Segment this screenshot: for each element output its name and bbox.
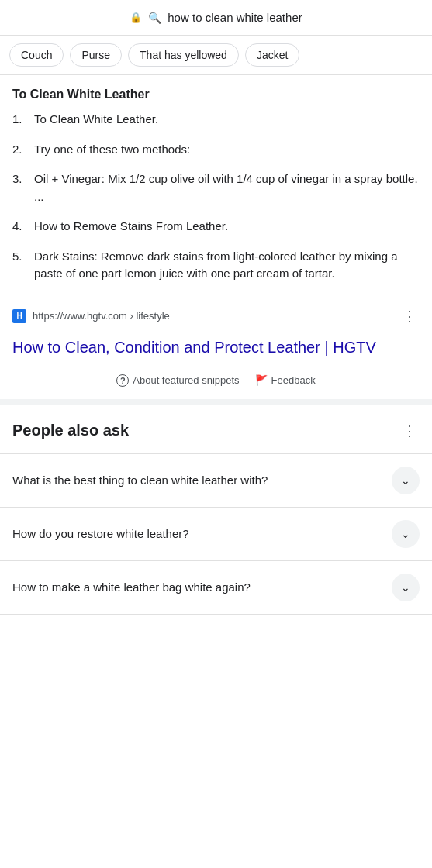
paa-title: People also ask	[12, 422, 129, 439]
paa-question-text-1: What is the best thing to clean white le…	[12, 472, 268, 488]
paa-question-3[interactable]: How to make a white leather bag white ag…	[0, 560, 432, 615]
paa-chevron-2[interactable]: ⌄	[392, 520, 420, 548]
lock-icon: 🔒	[130, 12, 142, 23]
list-num-3: 3.	[12, 170, 28, 188]
chevron-down-icon-2: ⌄	[401, 528, 410, 540]
about-label: About featured snippets	[133, 374, 239, 386]
search-bar[interactable]: 🔒 🔍 how to clean white leather	[0, 0, 432, 36]
result-link-anchor[interactable]: How to Clean, Condition and Protect Leat…	[12, 337, 420, 357]
about-row: ? About featured snippets 🚩 Feedback	[0, 367, 432, 405]
list-text-1: To Clean White Leather.	[34, 111, 158, 129]
feedback-button[interactable]: 🚩 Feedback	[255, 374, 316, 386]
chip-yellowed[interactable]: That has yellowed	[128, 43, 239, 67]
list-num-1: 1.	[12, 111, 28, 129]
source-url: https://www.hgtv.com › lifestyle	[33, 310, 170, 322]
search-query: how to clean white leather	[168, 11, 302, 24]
paa-question-text-3: How to make a white leather bag white ag…	[12, 579, 251, 595]
feedback-flag-icon: 🚩	[255, 374, 268, 386]
featured-snippet: To Clean White Leather 1. To Clean White…	[0, 75, 432, 283]
paa-more-options[interactable]: ⋮	[399, 419, 420, 443]
people-also-ask-section: People also ask ⋮ What is the best thing…	[0, 405, 432, 615]
list-item-1: 1. To Clean White Leather.	[12, 111, 420, 129]
about-icon: ?	[116, 374, 129, 387]
list-text-4: How to Remove Stains From Leather.	[34, 218, 228, 236]
about-featured-snippets-button[interactable]: ? About featured snippets	[116, 374, 239, 387]
chips-row: Couch Purse That has yellowed Jacket	[0, 36, 432, 75]
chevron-down-icon-1: ⌄	[401, 474, 410, 487]
list-item-5: 5. Dark Stains: Remove dark stains from …	[12, 248, 420, 283]
list-item-4: 4. How to Remove Stains From Leather.	[12, 218, 420, 236]
feedback-label: Feedback	[271, 374, 316, 386]
result-link[interactable]: How to Clean, Condition and Protect Leat…	[0, 334, 432, 367]
list-text-5: Dark Stains: Remove dark stains from lig…	[34, 248, 420, 283]
list-num-2: 2.	[12, 141, 28, 159]
list-num-5: 5.	[12, 248, 28, 266]
chip-purse[interactable]: Purse	[70, 43, 122, 67]
paa-header: People also ask ⋮	[0, 405, 432, 453]
paa-question-2[interactable]: How do you restore white leather? ⌄	[0, 507, 432, 560]
source-left: H https://www.hgtv.com › lifestyle	[12, 309, 170, 323]
chip-couch[interactable]: Couch	[9, 43, 64, 67]
list-text-2: Try one of these two methods:	[34, 141, 190, 159]
list-item-3: 3. Oil + Vinegar: Mix 1/2 cup olive oil …	[12, 170, 420, 205]
chip-jacket[interactable]: Jacket	[245, 43, 299, 67]
list-num-4: 4.	[12, 218, 28, 236]
paa-question-text-2: How do you restore white leather?	[12, 525, 189, 542]
snippet-title: To Clean White Leather	[12, 88, 420, 102]
snippet-list: 1. To Clean White Leather. 2. Try one of…	[12, 111, 420, 283]
chevron-down-icon-3: ⌄	[401, 581, 410, 594]
source-row: H https://www.hgtv.com › lifestyle ⋮	[0, 295, 432, 334]
list-item-2: 2. Try one of these two methods:	[12, 141, 420, 159]
list-text-3: Oil + Vinegar: Mix 1/2 cup olive oil wit…	[34, 170, 420, 205]
search-icon: 🔍	[148, 12, 161, 24]
paa-chevron-3[interactable]: ⌄	[392, 574, 420, 601]
paa-question-1[interactable]: What is the best thing to clean white le…	[0, 453, 432, 507]
source-more-options[interactable]: ⋮	[399, 305, 420, 328]
paa-chevron-1[interactable]: ⌄	[392, 467, 420, 494]
source-favicon: H	[12, 309, 26, 323]
